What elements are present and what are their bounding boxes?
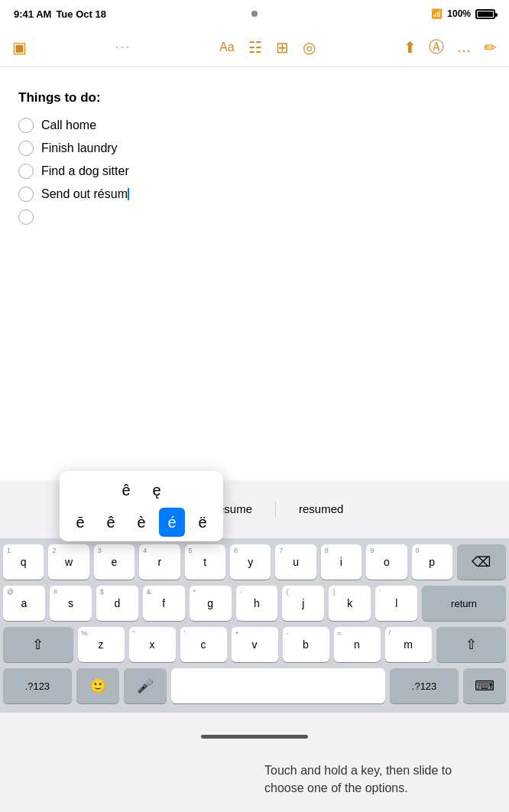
todo-item-2: Finish laundry	[18, 141, 491, 156]
note-title: Things to do:	[18, 90, 491, 106]
checklist-icon[interactable]: ☷	[248, 38, 262, 57]
key-space[interactable]	[171, 668, 385, 703]
accent-e-macron[interactable]: ē	[67, 508, 93, 537]
key-w[interactable]: 2w	[48, 544, 89, 580]
checkbox-3[interactable]	[18, 164, 34, 179]
key-m[interactable]: /m	[385, 627, 432, 662]
format-text-icon[interactable]: Aa	[219, 41, 235, 54]
todo-item-1: Call home	[18, 118, 491, 133]
toolbar-left: ▣	[12, 38, 27, 57]
camera-icon[interactable]: ◎	[303, 38, 316, 57]
key-keyboard[interactable]: ⌨	[463, 668, 506, 703]
hint-area: Touch and hold a key, then slide to choo…	[0, 762, 509, 797]
key-t[interactable]: 5t	[185, 544, 225, 580]
key-numbers-right[interactable]: .?123	[390, 668, 459, 703]
accent-popup-top: ê ę	[113, 476, 170, 505]
todo-text-4: Send out résum	[41, 187, 129, 201]
key-f[interactable]: &f	[143, 586, 185, 621]
todo-list: Call home Finish laundry Find a dog sitt…	[18, 118, 491, 225]
key-e[interactable]: 3e	[94, 544, 135, 580]
home-indicator	[201, 735, 308, 739]
compose-icon[interactable]: ✏	[484, 38, 497, 57]
accent-popup-bottom: ē ê è é ë	[67, 508, 216, 537]
todo-item-3: Find a dog sitter	[18, 164, 491, 179]
key-h[interactable]: -h	[236, 586, 278, 621]
key-p[interactable]: 0p	[412, 544, 452, 580]
key-s[interactable]: #s	[50, 586, 92, 621]
status-bar-left: 9:41 AM Tue Oct 18	[14, 8, 106, 20]
todo-text-2: Finish laundry	[41, 141, 118, 155]
todo-text-1: Call home	[41, 119, 96, 132]
battery-icon	[475, 9, 495, 19]
sidebar-icon[interactable]: ▣	[12, 38, 27, 57]
key-row-3: ⇧ %z "x 'c +v -b =n /m ⇧	[3, 627, 506, 662]
battery-percent: 100%	[447, 8, 471, 19]
key-shift-right[interactable]: ⇧	[436, 627, 507, 662]
autocomplete-divider	[275, 502, 276, 517]
share-icon[interactable]: ⬆	[404, 38, 417, 57]
navigate-icon[interactable]: Ⓐ	[429, 37, 444, 57]
key-delete[interactable]: ⌫	[457, 544, 506, 580]
hint-text: Touch and hold a key, then slide to choo…	[264, 762, 478, 797]
text-cursor	[128, 188, 129, 200]
note-area: Things to do: Call home Finish laundry F…	[0, 67, 509, 480]
key-numbers[interactable]: .?123	[3, 668, 72, 703]
key-row-2: @a #s $d &f *g -h (j )k 'l return	[3, 586, 506, 621]
key-j[interactable]: (j	[282, 586, 324, 621]
keyboard: 1q 2w 3e 4r 5t 6y 7u 8i 9o 0p ⌫ @a #s $d…	[0, 538, 509, 713]
wifi-icon: 📶	[431, 8, 443, 19]
key-row-4: .?123 🙂 🎤 .?123 ⌨	[3, 668, 506, 703]
key-return[interactable]: return	[422, 586, 506, 621]
key-q[interactable]: 1q	[3, 544, 44, 580]
key-d[interactable]: $d	[96, 586, 138, 621]
table-icon[interactable]: ⊞	[276, 38, 289, 57]
key-v[interactable]: +v	[232, 627, 278, 662]
more-icon[interactable]: …	[456, 38, 472, 56]
accent-popup: ê ę ē ê è é ë	[60, 471, 223, 541]
checkbox-2[interactable]	[18, 141, 34, 156]
key-i[interactable]: 8i	[321, 544, 361, 580]
checkbox-1[interactable]	[18, 118, 34, 133]
checkbox-5[interactable]	[18, 209, 34, 225]
checkbox-4[interactable]	[18, 187, 34, 202]
toolbar-center: Aa ☷ ⊞ ◎	[219, 38, 316, 57]
toolbar: ▣ ··· Aa ☷ ⊞ ◎ ⬆ Ⓐ … ✏	[0, 28, 509, 67]
todo-item-5	[18, 209, 491, 225]
status-bar-right: 📶 100%	[431, 8, 495, 19]
toolbar-dots: ···	[115, 39, 131, 55]
todo-text-3: Find a dog sitter	[41, 164, 129, 178]
autocomplete-bar: resume resumed	[206, 499, 351, 518]
accent-e-ogonek[interactable]: ę	[144, 476, 170, 505]
key-emoji[interactable]: 🙂	[76, 668, 119, 703]
time: 9:41 AM	[14, 8, 51, 20]
key-n[interactable]: =n	[334, 627, 381, 662]
key-y[interactable]: 6y	[230, 544, 271, 580]
todo-item-4: Send out résum	[18, 187, 491, 202]
key-r[interactable]: 4r	[139, 544, 180, 580]
accent-e-umlaut[interactable]: ë	[190, 508, 216, 537]
key-a[interactable]: @a	[3, 586, 45, 621]
accent-e-acute[interactable]: é	[159, 508, 185, 537]
accent-e-grave[interactable]: è	[128, 508, 154, 537]
key-u[interactable]: 7u	[275, 544, 316, 580]
key-row-1: 1q 2w 3e 4r 5t 6y 7u 8i 9o 0p ⌫	[3, 544, 506, 580]
accent-e-circumflex[interactable]: ê	[98, 508, 124, 537]
key-shift[interactable]: ⇧	[3, 627, 73, 662]
key-k[interactable]: )k	[329, 586, 371, 621]
key-g[interactable]: *g	[190, 586, 232, 621]
key-c[interactable]: 'c	[180, 627, 227, 662]
key-b[interactable]: -b	[283, 627, 329, 662]
key-z[interactable]: %z	[78, 627, 125, 662]
key-o[interactable]: 9o	[366, 544, 407, 580]
accent-e-circumflex-above[interactable]: ê	[113, 476, 139, 505]
key-mic[interactable]: 🎤	[124, 668, 167, 703]
key-x[interactable]: "x	[129, 627, 176, 662]
autocomplete-word-2[interactable]: resumed	[291, 499, 351, 518]
key-l[interactable]: 'l	[375, 586, 417, 621]
camera-dot	[251, 11, 258, 17]
date: Tue Oct 18	[56, 8, 106, 20]
toolbar-right: ⬆ Ⓐ … ✏	[404, 37, 497, 57]
